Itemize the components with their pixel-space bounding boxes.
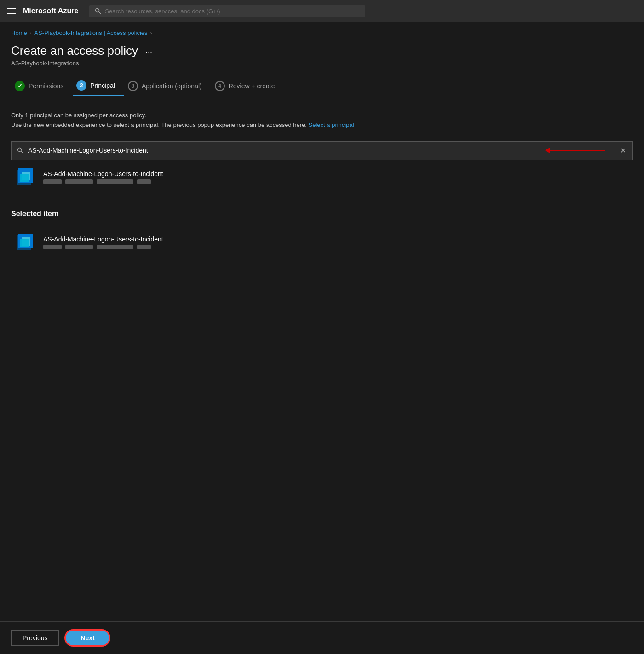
principal-search-input[interactable] [28, 147, 615, 154]
page-title: Create an access policy [11, 44, 138, 58]
search-result-item[interactable]: AS-Add-Machine-Logon-Users-to-Incident [11, 160, 633, 195]
svg-line-3 [21, 151, 23, 154]
selected-section-title: Selected item [11, 210, 633, 218]
search-clear-button[interactable]: ✕ [619, 145, 627, 156]
page-subtitle: AS-Playbook-Integrations [11, 60, 633, 67]
wizard-step-application[interactable]: 3 Application (optional) [124, 76, 211, 96]
page-title-row: Create an access policy ... [11, 44, 633, 58]
selected-item-meta [43, 245, 629, 249]
selected-section: Selected item AS-Add-Machine-Logon-Users… [11, 210, 633, 260]
breadcrumb-separator-2: › [150, 30, 152, 36]
arrow-line [550, 150, 605, 151]
selected-item-info: AS-Add-Machine-Logon-Users-to-Incident [43, 235, 629, 249]
hamburger-menu[interactable] [7, 8, 16, 14]
selected-meta-block-3 [97, 245, 133, 249]
next-button[interactable]: Next [64, 629, 110, 647]
step-4-circle: 4 [215, 81, 225, 91]
arrow-annotation [545, 148, 605, 153]
step-2-circle: 2 [76, 80, 86, 91]
description-line1: Only 1 principal can be assigned per acc… [11, 112, 146, 119]
search-wrapper: ✕ AS-Add-Machine-Logon-Users-to-Incident [11, 141, 633, 195]
step-1-label: Permissions [29, 82, 63, 90]
breadcrumb-separator-1: › [30, 30, 32, 36]
selected-item-name: AS-Add-Machine-Logon-Users-to-Incident [43, 235, 629, 243]
result-item-info: AS-Add-Machine-Logon-Users-to-Incident [43, 170, 629, 184]
select-principal-link[interactable]: Select a principal [309, 121, 354, 128]
ellipsis-button[interactable]: ... [143, 45, 155, 57]
result-item-icon [15, 166, 37, 189]
topbar: Microsoft Azure [0, 0, 644, 22]
svg-point-2 [18, 148, 22, 152]
brand-name: Microsoft Azure [23, 7, 78, 15]
app-icon-svg [15, 166, 37, 188]
step-1-checkmark: ✓ [17, 82, 23, 89]
meta-block-2 [65, 179, 93, 184]
main-content: Home › AS-Playbook-Integrations | Access… [0, 22, 644, 621]
selected-item[interactable]: AS-Add-Machine-Logon-Users-to-Incident [11, 225, 633, 260]
step-4-number: 4 [218, 83, 221, 89]
selected-app-icon-svg [15, 231, 37, 253]
step-2-number: 2 [80, 82, 83, 89]
global-search-box[interactable] [89, 5, 365, 17]
bottom-bar: Previous Next [0, 621, 644, 654]
selected-meta-block-1 [43, 245, 62, 249]
breadcrumb-home[interactable]: Home [11, 29, 27, 36]
arrow-head [545, 148, 550, 153]
step-4-label: Review + create [229, 82, 275, 90]
global-search-input[interactable] [105, 8, 360, 15]
search-input-icon [17, 147, 23, 154]
wizard-steps: ✓ Permissions 2 Principal 3 Application … [11, 76, 633, 96]
step-1-circle: ✓ [15, 81, 25, 91]
selected-meta-block-2 [65, 245, 93, 249]
selected-meta-block-4 [137, 245, 151, 249]
svg-rect-7 [20, 174, 29, 182]
wizard-step-review[interactable]: 4 Review + create [211, 76, 284, 96]
result-item-name: AS-Add-Machine-Logon-Users-to-Incident [43, 170, 629, 178]
previous-button[interactable]: Previous [11, 630, 59, 646]
principal-search-container: ✕ [11, 141, 633, 160]
step-2-label: Principal [90, 82, 115, 89]
search-icon [95, 8, 101, 14]
svg-point-0 [96, 9, 99, 12]
description-text: Only 1 principal can be assigned per acc… [11, 111, 633, 130]
meta-block-1 [43, 179, 62, 184]
breadcrumb: Home › AS-Playbook-Integrations | Access… [11, 29, 633, 36]
svg-line-1 [99, 12, 101, 14]
breadcrumb-access-policies[interactable]: AS-Playbook-Integrations | Access polici… [34, 29, 147, 36]
step-3-circle: 3 [128, 81, 138, 91]
step-3-number: 3 [132, 83, 135, 89]
result-item-meta [43, 179, 629, 184]
wizard-step-principal[interactable]: 2 Principal [73, 76, 124, 96]
selected-item-icon [15, 231, 37, 254]
description-line2: Use the new embedded experience to selec… [11, 121, 307, 128]
step-3-label: Application (optional) [142, 82, 202, 90]
svg-rect-11 [20, 239, 29, 247]
meta-block-3 [97, 179, 133, 184]
meta-block-4 [137, 179, 151, 184]
wizard-step-permissions[interactable]: ✓ Permissions [11, 76, 73, 96]
